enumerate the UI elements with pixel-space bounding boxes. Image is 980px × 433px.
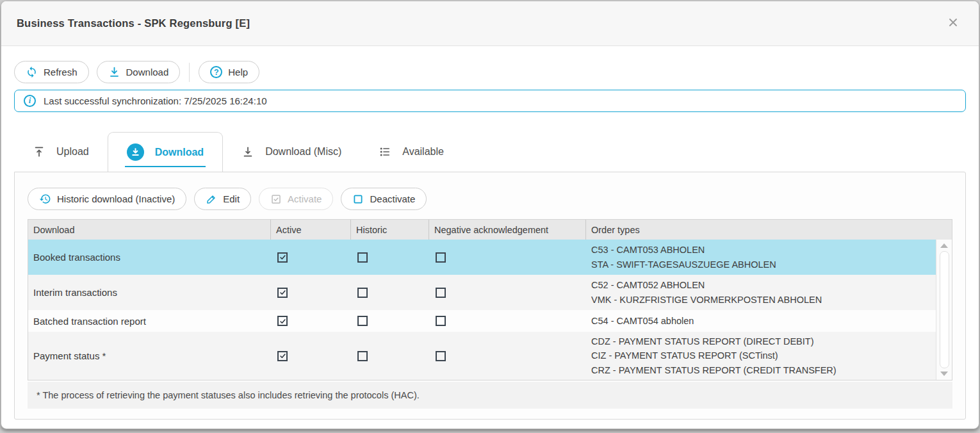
refresh-button[interactable]: Refresh: [14, 61, 89, 83]
order-type: CIZ - PAYMENT STATUS REPORT (SCTinst): [591, 348, 778, 363]
table-row-booked-transactions[interactable]: Booked transactions: [28, 240, 936, 275]
list-icon: [379, 145, 391, 158]
close-button[interactable]: [947, 16, 960, 31]
historic-checkbox[interactable]: [357, 351, 368, 361]
row-label: Interim transactions: [28, 275, 271, 310]
download-circle-icon: [127, 143, 144, 161]
history-icon: [39, 193, 51, 205]
refresh-icon: [26, 66, 38, 78]
deactivate-button[interactable]: Deactivate: [341, 188, 427, 210]
toolbar-separator: [189, 63, 190, 82]
active-checkbox[interactable]: [277, 288, 288, 298]
help-button-label: Help: [228, 67, 248, 78]
table-row-batched-transaction-report[interactable]: Batched transaction report: [28, 310, 936, 332]
table-row-interim-transactions[interactable]: Interim transactions: [28, 275, 936, 310]
column-header-historic[interactable]: Historic: [351, 220, 429, 240]
main-toolbar: Refresh Download ? Help: [14, 61, 966, 83]
tab-upload-label: Upload: [56, 146, 89, 158]
panel-toolbar: Historic download (Inactive) Edit Activa…: [28, 188, 952, 210]
order-type: C54 - CAMT054 abholen: [591, 314, 694, 329]
download-button[interactable]: Download: [97, 61, 181, 83]
column-header-active[interactable]: Active: [271, 220, 351, 240]
download-misc-icon: [241, 145, 254, 158]
historic-download-button-label: Historic download (Inactive): [57, 193, 175, 204]
table-rows: Booked transactions: [28, 240, 936, 380]
order-type: VMK - KURZFRISTIGE VORMERKPOSTEN ABHOLEN: [591, 293, 822, 307]
active-checkbox[interactable]: [277, 252, 288, 263]
table-header-row: Download Active Historic Negative acknow…: [28, 220, 952, 240]
order-type: STA - SWIFT-TAGESAUSZUEGE ABHOLEN: [591, 257, 776, 272]
sync-info-bar: i Last successful synchronization: 7/25/…: [14, 90, 966, 112]
order-type: CRZ - PAYMENT STATUS REPORT (CREDIT TRAN…: [591, 363, 837, 378]
column-header-negative-acknowledgement[interactable]: Negative acknowledgement: [429, 220, 586, 240]
order-type: CDZ - PAYMENT STATUS REPORT (DIRECT DEBI…: [591, 334, 814, 349]
negative-ack-checkbox[interactable]: [436, 316, 446, 326]
active-checkbox[interactable]: [277, 316, 288, 326]
checkbox-empty-icon: [352, 193, 364, 205]
activate-button-label: Activate: [288, 193, 322, 204]
business-transactions-dialog: Business Transactions - SPK Regensburg […: [1, 1, 979, 429]
download-tab-panel: Historic download (Inactive) Edit Activa…: [14, 172, 966, 420]
scrollbar-thumb[interactable]: [940, 251, 949, 368]
deactivate-button-label: Deactivate: [370, 193, 415, 204]
row-label: Payment status *: [28, 332, 271, 380]
sync-info-text: Last successful synchronization: 7/25/20…: [44, 95, 267, 106]
downloads-table: Download Active Historic Negative acknow…: [28, 219, 952, 380]
edit-button-label: Edit: [223, 193, 240, 204]
tab-available[interactable]: Available: [360, 132, 462, 172]
tab-available-label: Available: [402, 146, 444, 158]
help-icon: ?: [210, 66, 222, 78]
scroll-up-icon[interactable]: [940, 243, 948, 248]
tab-upload[interactable]: Upload: [14, 132, 108, 172]
dialog-titlebar: Business Transactions - SPK Regensburg […: [1, 1, 979, 46]
negative-ack-checkbox[interactable]: [436, 252, 446, 263]
row-label: Booked transactions: [28, 240, 271, 275]
negative-ack-checkbox[interactable]: [436, 288, 446, 298]
activate-button[interactable]: Activate: [259, 188, 333, 210]
help-button[interactable]: ? Help: [199, 61, 259, 83]
tab-bar: Upload Download Download (Misc) Availabl…: [14, 132, 966, 172]
edit-button[interactable]: Edit: [194, 188, 251, 210]
table-scrollbar[interactable]: [936, 240, 952, 380]
table-body: Booked transactions: [28, 240, 952, 380]
row-label: Batched transaction report: [28, 310, 271, 332]
scroll-down-icon[interactable]: [940, 372, 948, 376]
tab-download-misc-label: Download (Misc): [265, 146, 341, 158]
table-row-payment-status[interactable]: Payment status *: [28, 332, 936, 380]
download-button-label: Download: [126, 67, 169, 78]
negative-ack-checkbox[interactable]: [436, 351, 446, 361]
refresh-button-label: Refresh: [44, 67, 78, 78]
checkbox-checked-icon: [270, 193, 282, 205]
active-tab-underline: [125, 166, 206, 167]
tab-download[interactable]: Download: [108, 132, 223, 172]
info-icon: i: [24, 95, 36, 107]
tab-download-label: Download: [155, 147, 204, 158]
historic-checkbox[interactable]: [357, 316, 368, 326]
pencil-icon: [206, 193, 217, 205]
close-icon: [947, 16, 960, 31]
order-type: C52 - CAMT052 ABHOLEN: [591, 278, 705, 293]
historic-checkbox[interactable]: [357, 252, 368, 263]
historic-download-button[interactable]: Historic download (Inactive): [28, 188, 186, 210]
column-header-order-types[interactable]: Order types: [586, 220, 952, 240]
order-type: C53 - CAMT053 ABHOLEN: [591, 243, 705, 257]
table-footnote: * The process of retrieving the payment …: [28, 382, 952, 409]
tab-download-misc[interactable]: Download (Misc): [223, 132, 360, 172]
dialog-title: Business Transactions - SPK Regensburg […: [17, 17, 250, 29]
active-checkbox[interactable]: [277, 351, 288, 361]
historic-checkbox[interactable]: [357, 288, 368, 298]
upload-icon: [33, 145, 45, 158]
column-header-download[interactable]: Download: [28, 220, 271, 240]
download-icon: [108, 66, 120, 78]
